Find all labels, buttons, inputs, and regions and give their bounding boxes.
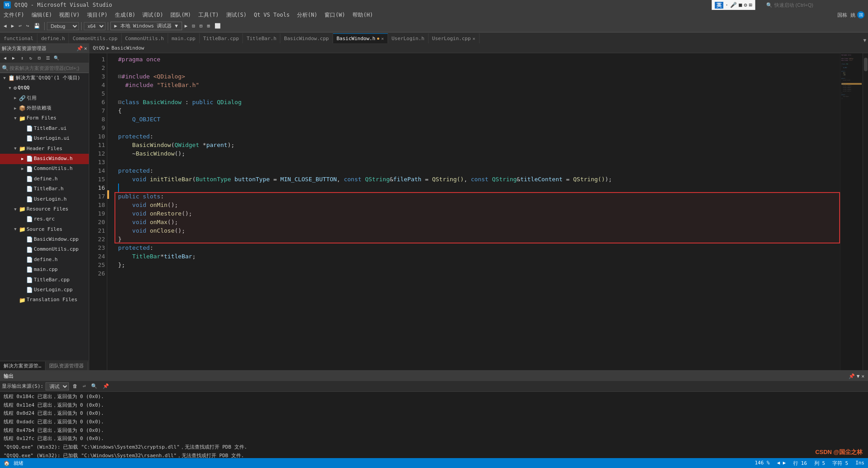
menu-debug[interactable]: 调试(D) (139, 10, 167, 20)
quick-search-input[interactable] (774, 2, 866, 8)
menu-window[interactable]: 窗口(W) (321, 10, 349, 20)
tree-main-cpp[interactable]: 📄 main.cpp (0, 265, 89, 275)
toolbar-fwd[interactable]: ▶ (9, 22, 16, 30)
tab-commonutils-h[interactable]: CommonUtils.h (122, 33, 168, 43)
ime-tools[interactable]: ⚙ (744, 2, 747, 8)
ime-dot[interactable]: · (725, 2, 728, 8)
menu-build[interactable]: 生成(B) (111, 10, 139, 20)
code-line-17: public slots: (118, 192, 836, 201)
se-search-input[interactable] (9, 65, 87, 71)
tree-define-cpp[interactable]: 📄 define.h (0, 255, 89, 265)
tree-titlebar-ui[interactable]: 📄 TitleBar.ui (0, 124, 89, 133)
vertical-scrollbar[interactable] (863, 53, 868, 370)
se-close-btn[interactable]: ✕ (84, 46, 87, 51)
tree-resource-files[interactable]: ▼ 📁 Resource Files (0, 204, 89, 214)
tree-references[interactable]: ▶ 🔗 引用 (0, 93, 89, 103)
menu-view[interactable]: 视图(V) (55, 10, 83, 20)
tab-userlogin-cpp[interactable]: UserLogin.cpp ✕ (429, 33, 480, 43)
output-filter[interactable]: 🔍 (89, 382, 99, 390)
output-pin[interactable]: 📌 (849, 373, 855, 379)
output-wrap[interactable]: ⏎ (81, 382, 88, 390)
tree-form-files[interactable]: ▼ 📁 Form Files (0, 114, 89, 124)
menu-help[interactable]: 帮助(H) (349, 10, 377, 20)
se-fwd-btn[interactable]: ▶ (9, 54, 18, 62)
menu-team[interactable]: 团队(M) (167, 10, 195, 20)
ime-lang[interactable]: 英 (715, 2, 723, 9)
output-dropdown[interactable]: ▼ (857, 373, 860, 379)
tree-define-h[interactable]: 📄 define.h (0, 174, 89, 184)
tab-functional[interactable]: functional (0, 33, 37, 43)
se-collapse-btn[interactable]: ⊟ (35, 54, 43, 62)
tab-commonutils-cpp[interactable]: CommonUtils.cpp (69, 33, 121, 43)
tree-userlogin-h[interactable]: 📄 UserLogin.h (0, 194, 89, 204)
toolbar-more4[interactable]: ⬜ (213, 22, 223, 30)
platform-select[interactable]: x64 x86 (84, 22, 105, 30)
toolbar-more3[interactable]: ⊞ (205, 22, 212, 30)
output-clear[interactable]: 🗑 (71, 382, 79, 390)
tab-basicwindow-cpp[interactable]: BasicWindow.cpp (280, 33, 333, 43)
toolbar-extra[interactable]: ▶ (183, 22, 190, 30)
tree-titlebar-h[interactable]: 📄 TitleBar.h (0, 184, 89, 194)
se-filter-btn[interactable]: 🔍 (52, 54, 60, 62)
tree-commonutils-h[interactable]: ▶ 📄 CommonUtils.h (0, 164, 89, 174)
toolbar-undo[interactable]: ↩ (17, 22, 23, 30)
toolbar-more2[interactable]: ⊟ (198, 22, 205, 30)
tab-define-h[interactable]: define.h (37, 33, 69, 43)
toolbar-save-all[interactable]: 💾 (32, 22, 42, 30)
tree-titlebar-cpp[interactable]: 📄 TitleBar.cpp (0, 275, 89, 285)
tree-translation-files[interactable]: 📁 Translation Files (0, 295, 89, 305)
tree-solution[interactable]: ▼ 📋 解决方案'QtQQ'(1 个项目) (0, 73, 89, 83)
menu-test[interactable]: 测试(S) (223, 10, 251, 20)
se-refresh-btn[interactable]: ↻ (27, 54, 35, 62)
menu-analyze[interactable]: 分析(N) (293, 10, 321, 20)
menu-tools[interactable]: 工具(T) (195, 10, 223, 20)
toolbar-back[interactable]: ◀ (2, 22, 9, 30)
tree-header-files[interactable]: ▼ 📁 Header Files (0, 144, 89, 154)
se-back-btn[interactable]: ◀ (1, 54, 9, 62)
tab-close-userlogin-cpp[interactable]: ✕ (473, 36, 475, 41)
tab-titlebar-cpp[interactable]: TitleBar.cpp (200, 33, 243, 43)
menu-file[interactable]: 文件(F) (0, 10, 28, 20)
tree-basicwindow-h[interactable]: ▶ 📄 BasicWindow.h (0, 154, 89, 164)
debug-mode-select[interactable]: Debug Release (47, 22, 79, 30)
se-tab-team[interactable]: 团队资源管理器 (46, 362, 88, 370)
menu-edit[interactable]: 编辑(E) (28, 10, 56, 20)
tab-overflow[interactable]: ▼ (861, 37, 868, 43)
se-pin-btn[interactable]: 📌 (77, 46, 83, 51)
cu-h-label: CommonUtils.h (34, 165, 73, 173)
tab-userlogin-h[interactable]: UserLogin.h (388, 33, 429, 43)
tree-res-qrc[interactable]: 📄 res.qrc (0, 214, 89, 224)
output-close[interactable]: ✕ (861, 373, 864, 379)
status-zoom[interactable]: 146 % (755, 460, 770, 467)
run-button[interactable]: ▶ 本地 Windows 调试器 ▼ (110, 22, 182, 30)
tree-userlogin-ui[interactable]: 📄 UserLogin.ui (0, 133, 89, 143)
tab-titlebar-h[interactable]: TitleBar.h (243, 33, 280, 43)
code-area[interactable]: #pragma once ⊟#include <QDialog> #includ… (114, 53, 840, 370)
tree-commonutils-cpp[interactable]: 📄 CommonUtils.cpp (0, 245, 89, 255)
user-avatar[interactable]: 国 (857, 11, 864, 18)
ime-mic[interactable]: 🎤 (730, 2, 737, 8)
menu-project[interactable]: 项目(P) (83, 10, 111, 20)
se-tab-solution[interactable]: 解决方案资源管… (0, 362, 46, 370)
tb-cpp-icon: 📄 (26, 275, 33, 284)
ime-grid[interactable]: ⊞ (749, 2, 752, 8)
tab-basicwindow-h[interactable]: BasicWindow.h ● ✕ (333, 33, 388, 43)
code-line-18: void onMin(); (118, 201, 836, 209)
breadcrumb-project[interactable]: QtQQ (93, 45, 105, 51)
tab-main-cpp[interactable]: main.cpp (168, 33, 200, 43)
tree-basicwindow-cpp[interactable]: 📄 BasicWindow.cpp (0, 234, 89, 244)
ime-hanzi[interactable]: ■ (739, 2, 742, 8)
toolbar-redo[interactable]: ↪ (24, 22, 31, 30)
tree-userlogin-cpp[interactable]: 📄 UserLogin.cpp (0, 285, 89, 295)
se-sync-btn[interactable]: ↕ (18, 54, 26, 62)
output-pin2[interactable]: 📌 (101, 382, 111, 390)
tree-ext-deps[interactable]: ▶ 📦 外部依赖项 (0, 103, 89, 113)
menu-qt[interactable]: Qt VS Tools (250, 10, 293, 20)
output-source-select[interactable]: 调试 生成 (46, 382, 69, 390)
tree-qtqq[interactable]: ▼ ⚙ QtQQ (0, 83, 89, 93)
tree-source-files[interactable]: ▼ 📁 Source Files (0, 225, 89, 234)
tab-close-basicwindow-h[interactable]: ✕ (381, 36, 384, 41)
se-settings-btn[interactable]: ☰ (44, 54, 52, 62)
breadcrumb-file[interactable]: BasicWindow (111, 45, 144, 51)
toolbar-more1[interactable]: ⊡ (190, 22, 197, 30)
